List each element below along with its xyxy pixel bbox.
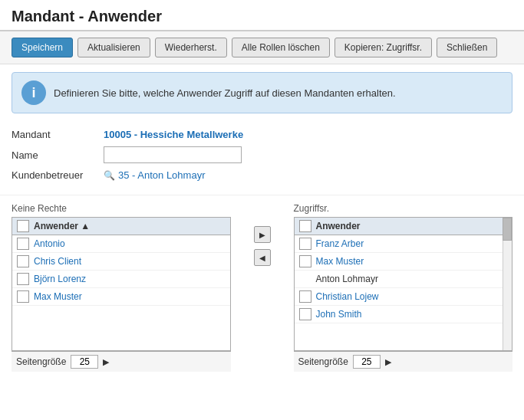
left-list-title: Keine Rechte <box>12 203 231 214</box>
left-list-panel: Keine Rechte Anwender ▲ Antonio Chris Cl… <box>12 203 231 372</box>
name-row: Name <box>12 146 512 163</box>
list-item: Christian Lojew <box>295 288 503 306</box>
left-row-name-1: Chris Client <box>34 256 81 267</box>
kundenbetreuer-value: 35 - Anton Lohmayr <box>118 169 205 181</box>
save-button[interactable]: Speichern <box>12 38 73 57</box>
info-icon: i <box>21 80 46 105</box>
right-list-panel: Zugriffsr. Anwender Franz Arber Max Must… <box>294 203 513 372</box>
right-row-checkbox-0[interactable] <box>299 238 311 250</box>
mandant-row: Mandant 10005 - Hessiche Metallwerke <box>12 129 512 140</box>
list-item: Anton Lohmayr <box>295 271 503 288</box>
left-list-header-label: Anwender ▲ <box>34 221 90 231</box>
right-row-name-4: John Smith <box>316 309 362 320</box>
left-row-checkbox-2[interactable] <box>17 273 29 285</box>
update-button[interactable]: Aktualisieren <box>77 38 150 57</box>
left-row-name-0: Antonio <box>34 238 65 249</box>
right-list-box: Anwender Franz Arber Max Muster Anton Lo… <box>294 217 513 351</box>
left-row-checkbox-3[interactable] <box>17 290 29 303</box>
right-scrollbar-thumb[interactable] <box>503 218 512 241</box>
left-footer-label: Seitengröße <box>16 356 66 367</box>
form-section: Mandant 10005 - Hessiche Metallwerke Nam… <box>0 121 524 195</box>
right-list-header-label: Anwender <box>316 221 361 231</box>
right-row-checkbox-1[interactable] <box>299 255 311 267</box>
mandant-label: Mandant <box>12 129 104 140</box>
name-input[interactable] <box>104 146 242 163</box>
search-icon: 🔍 <box>104 170 115 181</box>
kundenbetreuer-row: Kundenbetreuer 🔍 35 - Anton Lohmayr <box>12 169 512 181</box>
right-row-name-0: Franz Arber <box>316 238 364 249</box>
right-page-next-arrow[interactable]: ▶ <box>385 357 391 367</box>
list-item: John Smith <box>295 306 503 323</box>
toolbar: Speichern Aktualisieren Wiederherst. All… <box>0 31 524 64</box>
restore-button[interactable]: Wiederherst. <box>155 38 227 57</box>
left-page-size-input[interactable] <box>71 355 98 369</box>
transfer-left-button[interactable]: ◀ <box>254 249 271 266</box>
info-box: i Definieren Sie bitte, welche Anwender … <box>12 72 512 113</box>
left-row-checkbox-1[interactable] <box>17 255 29 267</box>
list-item: Björn Lorenz <box>12 271 230 288</box>
left-list-header-checkbox[interactable] <box>17 220 29 232</box>
left-list-box: Anwender ▲ Antonio Chris Client Björn Lo… <box>12 217 231 351</box>
right-list-title: Zugriffsr. <box>294 203 513 214</box>
left-list-rows: Antonio Chris Client Björn Lorenz Max Mu… <box>12 235 230 348</box>
transfer-buttons: ▶ ◀ <box>254 203 271 266</box>
list-item: Chris Client <box>12 253 230 271</box>
list-item: Max Muster <box>12 288 230 306</box>
name-label: Name <box>12 149 104 161</box>
left-row-name-3: Max Muster <box>34 291 82 302</box>
page-header: Mandant - Anwender <box>0 0 524 31</box>
left-row-checkbox-0[interactable] <box>17 238 29 250</box>
copy-button[interactable]: Kopieren: Zugriffsr. <box>335 38 432 57</box>
right-scrollbar[interactable] <box>503 218 512 350</box>
transfer-right-button[interactable]: ▶ <box>254 226 271 243</box>
page-title: Mandant - Anwender <box>12 8 512 25</box>
left-page-next-arrow[interactable]: ▶ <box>103 357 109 367</box>
close-button[interactable]: Schließen <box>437 38 497 57</box>
right-list-footer: Seitengröße ▶ <box>294 351 513 372</box>
kundenbetreuer-label: Kundenbetreuer <box>12 169 104 181</box>
right-footer-label: Seitengröße <box>298 356 348 367</box>
right-row-checkbox-4[interactable] <box>299 308 311 320</box>
list-item: Max Muster <box>295 253 503 271</box>
left-row-name-2: Björn Lorenz <box>34 274 86 284</box>
left-list-footer: Seitengröße ▶ <box>12 351 231 372</box>
right-row-name-3: Christian Lojew <box>316 291 379 302</box>
right-row-name-1: Max Muster <box>316 256 364 267</box>
right-row-checkbox-3[interactable] <box>299 290 311 303</box>
kundenbetreuer-value-container: 🔍 35 - Anton Lohmayr <box>104 169 205 181</box>
right-page-size-input[interactable] <box>353 355 381 369</box>
list-item: Antonio <box>12 235 230 253</box>
mandant-value: 10005 - Hessiche Metallwerke <box>104 129 243 140</box>
right-row-name-2: Anton Lohmayr <box>316 274 378 284</box>
list-item: Franz Arber <box>295 235 503 253</box>
left-list-header: Anwender ▲ <box>12 218 230 235</box>
right-list-header: Anwender <box>295 218 512 235</box>
clear-roles-button[interactable]: Alle Rollen löschen <box>232 38 330 57</box>
right-list-header-checkbox[interactable] <box>299 220 311 232</box>
info-message: Definieren Sie bitte, welche Anwender Zu… <box>54 87 396 99</box>
right-list-rows: Franz Arber Max Muster Anton Lohmayr Chr… <box>295 235 512 348</box>
lists-container: Keine Rechte Anwender ▲ Antonio Chris Cl… <box>0 195 524 379</box>
